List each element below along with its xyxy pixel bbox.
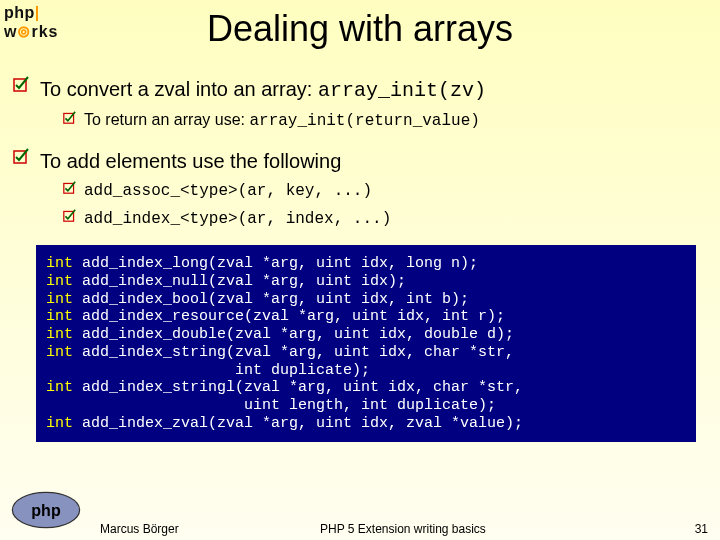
footer-title: PHP 5 Extension writing basics (320, 522, 668, 536)
svg-text:php: php (31, 502, 61, 519)
checkbox-icon (60, 180, 78, 202)
bullet-item: To add elements use the following (30, 148, 702, 174)
footer-page-number: 31 (668, 522, 708, 536)
logo-pipe: | (35, 4, 40, 21)
logo-text-php: php (4, 4, 35, 21)
sub-bullet-item: To return an array use: array_init(retur… (60, 110, 702, 132)
sub-bullet-item: add_assoc_<type>(ar, key, ...) (60, 180, 702, 202)
sub-code: add_assoc_<type>(ar, key, ...) (84, 182, 372, 200)
slide-body: To convert a zval into an array: array_i… (0, 54, 720, 442)
sub-bullet-item: add_index_<type>(ar, index, ...) (60, 208, 702, 230)
bullet-code: array_init(zv) (318, 79, 486, 102)
checkbox-icon (10, 148, 32, 174)
sub-code: array_init(return_value) (249, 112, 479, 130)
checkbox-icon (60, 110, 78, 132)
logo-text-rks: rks (31, 23, 58, 40)
bullet-text: To add elements use the following (40, 150, 341, 172)
bullet-text: To convert a zval into an array: (40, 78, 318, 100)
code-block: int add_index_long(zval *arg, uint idx, … (36, 245, 696, 442)
checkbox-icon (60, 208, 78, 230)
sub-code: add_index_<type>(ar, index, ...) (84, 210, 391, 228)
sub-text: To return an array use: (84, 111, 249, 128)
phpworks-logo: php| w⊚rks (4, 4, 89, 41)
footer-author: Marcus Börger (100, 522, 320, 536)
bullet-item: To convert a zval into an array: array_i… (30, 76, 702, 104)
slide-title: Dealing with arrays (0, 0, 720, 54)
footer: Marcus Börger PHP 5 Extension writing ba… (0, 518, 720, 540)
logo-text-w: w (4, 23, 17, 40)
checkbox-icon (10, 76, 32, 104)
gear-icon: ⊚ (17, 23, 31, 40)
